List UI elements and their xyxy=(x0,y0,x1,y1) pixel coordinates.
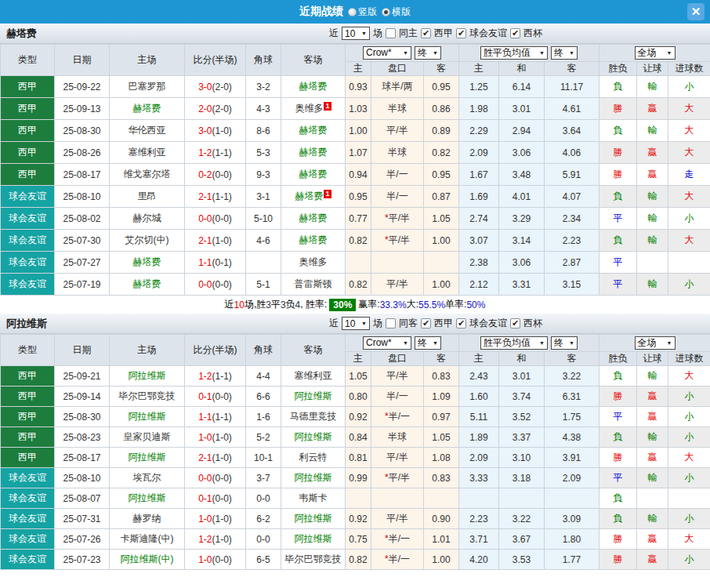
radio-checked-icon xyxy=(382,8,390,16)
handicap-value: 半/一 xyxy=(386,390,408,401)
result-wdl-cell: 平 xyxy=(600,274,637,296)
corner-cell: 6-5 xyxy=(246,550,281,570)
summary-segment: 3 xyxy=(281,299,286,310)
odds-source-select[interactable]: Crow*▼ xyxy=(363,46,411,60)
league-filter-checkbox[interactable]: ✔ xyxy=(421,318,431,328)
handicap-cell: *半/一 xyxy=(371,407,424,427)
avg-draw-cell: 3.31 xyxy=(499,274,545,296)
date-cell: 25-08-10 xyxy=(55,468,110,488)
corner-cell: 6-2 xyxy=(246,509,281,529)
avg-away-cell: 2.87 xyxy=(545,252,600,274)
away-team-cell: 马德里竞技 xyxy=(281,407,346,427)
column-header: 客场 xyxy=(281,45,346,76)
layout-radio-horizontal[interactable]: 横版 xyxy=(382,5,411,19)
odds-source-select[interactable]: Crow*▼ xyxy=(363,336,411,350)
corner-cell: 0-0 xyxy=(246,488,281,509)
league-filter-checkbox[interactable]: ✔ xyxy=(510,28,520,38)
odds-source-select-value: Crow* xyxy=(366,337,392,348)
odds-home-cell: 0.84 xyxy=(346,427,371,448)
league-filter-checkbox[interactable]: ✔ xyxy=(421,28,431,38)
odds-final-select[interactable]: 终▼ xyxy=(415,46,441,60)
layout-radio-vertical[interactable]: 竖版 xyxy=(348,5,377,19)
halftime-score: (0-0) xyxy=(212,213,232,224)
chevron-down-icon: ▼ xyxy=(667,340,672,346)
score-cell: 0-1(0-0) xyxy=(185,387,246,407)
handicap-value: 平/半 xyxy=(386,125,408,136)
avg-draw-cell: 3.01 xyxy=(499,98,545,120)
type-cell: 西甲 xyxy=(1,366,55,387)
type-cell: 球会友谊 xyxy=(1,529,55,550)
away-team-name: 赫塔费 xyxy=(299,169,328,180)
result-wdl-cell: 負 xyxy=(600,120,637,142)
radio-vertical-label: 竖版 xyxy=(358,5,377,19)
same-venue-checkbox[interactable] xyxy=(386,318,396,328)
league-filter-label: 西杯 xyxy=(523,27,542,40)
type-cell: 球会友谊 xyxy=(1,252,55,274)
scope-select[interactable]: 全场▼ xyxy=(635,336,676,350)
handicap-cell: 平/半 xyxy=(371,448,424,468)
result-wdl-cell: 平 xyxy=(600,468,637,488)
table-row: 西甲25-09-22巴塞罗那3-0(2-0)3-2赫塔费0.93球半/两0.95… xyxy=(1,76,710,98)
league-filter-checkbox[interactable]: ✔ xyxy=(456,28,466,38)
result-wdl-cell: 勝 xyxy=(600,387,637,407)
close-button[interactable]: ✕ xyxy=(687,3,705,20)
type-cell: 球会友谊 xyxy=(1,274,55,296)
avg-home-cell: 1.25 xyxy=(459,76,499,98)
handicap-cell: *平/半 xyxy=(371,230,424,252)
avg-draw-cell: 3.14 xyxy=(499,230,545,252)
match-count-select[interactable]: 10▼ xyxy=(342,27,370,40)
score-cell: 1-1(1-1) xyxy=(185,407,246,427)
type-cell: 球会友谊 xyxy=(1,509,55,529)
odds-final-select[interactable]: 终▼ xyxy=(415,336,441,350)
league-filter-checkbox[interactable]: ✔ xyxy=(456,318,466,328)
handicap-value: 平/半 xyxy=(386,370,408,381)
home-team-cell: 阿拉维斯 xyxy=(110,488,185,509)
result-handicap-cell: 贏 xyxy=(637,407,668,427)
chevron-down-icon: ▼ xyxy=(433,340,438,346)
away-team-cell: 奥维多 xyxy=(281,252,346,274)
avg-final-select[interactable]: 终▼ xyxy=(551,336,578,350)
away-team-cell: 阿拉维斯 xyxy=(281,387,346,407)
scope-select[interactable]: 全场▼ xyxy=(635,46,676,60)
score-cell: 1-1(0-1) xyxy=(185,252,246,274)
avg-type-select-value: 胜平负均值 xyxy=(484,46,531,60)
halftime-score: (0-0) xyxy=(212,169,232,180)
home-team-name: 巴塞罗那 xyxy=(129,81,166,92)
away-team-name: 普雷斯顿 xyxy=(295,278,332,289)
games-label: 场 xyxy=(373,27,382,40)
league-filter-checkbox[interactable]: ✔ xyxy=(510,318,520,328)
avg-away-cell: 4.06 xyxy=(545,142,600,164)
table-row: 球会友谊25-07-27赫塔费1-1(0-1)奥维多2.383.062.87平 xyxy=(1,252,710,274)
corner-cell: 0-0 xyxy=(246,529,281,550)
date-cell: 25-08-30 xyxy=(55,407,110,427)
type-cell: 球会友谊 xyxy=(1,550,55,570)
avg-away-cell: 3.64 xyxy=(545,120,600,142)
avg-type-select[interactable]: 胜平负均值▼ xyxy=(480,46,548,60)
chevron-down-icon: ▼ xyxy=(569,340,574,346)
match-count-select[interactable]: 10▼ xyxy=(342,317,370,330)
home-team-cell: 巴塞罗那 xyxy=(110,76,185,98)
type-cell: 球会友谊 xyxy=(1,208,55,230)
odds-home-cell: 0.92 xyxy=(346,509,371,529)
avg-home-cell xyxy=(459,488,499,509)
type-cell: 西甲 xyxy=(1,120,55,142)
avg-type-select[interactable]: 胜平负均值▼ xyxy=(480,336,548,350)
filter-controls: 近10▼场同主✔西甲✔球会友谊✔西杯 xyxy=(329,27,542,40)
chevron-down-icon: ▼ xyxy=(403,50,408,56)
score-cell: 1-2(1-1) xyxy=(185,366,246,387)
home-team-cell: 艾尔切(中) xyxy=(110,230,185,252)
result-handicap-cell: 輸 xyxy=(637,208,668,230)
avg-final-select[interactable]: 终▼ xyxy=(551,46,578,60)
handicap-value: 半球 xyxy=(388,431,407,442)
score-cell: 1-0(1-0) xyxy=(185,509,246,529)
same-venue-checkbox[interactable] xyxy=(386,28,396,38)
score-cell: 0-0(0-0) xyxy=(185,274,246,296)
result-handicap-cell xyxy=(637,252,668,274)
avg-away-cell: 1.80 xyxy=(545,529,600,550)
sub-column-header: 盘口 xyxy=(371,352,424,366)
result-handicap-cell: 贏 xyxy=(637,529,668,550)
avg-away-cell: 5.91 xyxy=(545,164,600,186)
date-cell: 25-08-17 xyxy=(55,164,110,186)
summary-segment: 大: xyxy=(407,298,418,311)
avg-draw-cell: 3.29 xyxy=(499,208,545,230)
